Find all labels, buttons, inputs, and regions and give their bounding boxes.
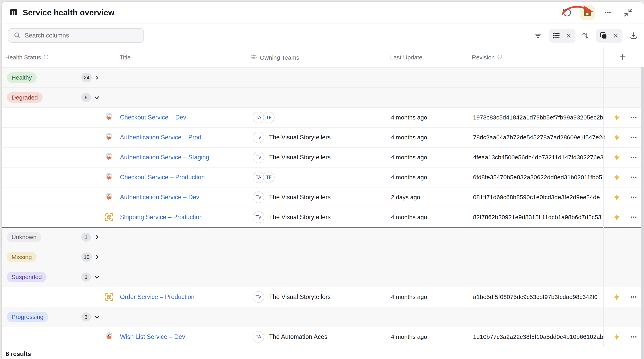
view-mode-chip: [549, 29, 576, 43]
chevron-right-icon[interactable]: [93, 74, 100, 81]
row-actions: [603, 327, 642, 347]
team-name: The Visual Storytellers: [269, 154, 331, 161]
search-box[interactable]: [8, 28, 144, 43]
chevron-down-icon[interactable]: [93, 273, 100, 281]
chevron-down-icon[interactable]: [93, 94, 100, 101]
owning-teams-cell: TVThe Visual Storytellers: [253, 152, 331, 163]
service-title-link[interactable]: Checkout Service – Dev: [120, 114, 186, 121]
chevron-right-icon[interactable]: [93, 234, 100, 241]
row-menu-icon[interactable]: [629, 113, 638, 122]
row-actions: [603, 148, 642, 167]
service-squid-icon: [104, 113, 114, 122]
owning-teams-cell: TVThe Visual Storytellers: [253, 291, 331, 303]
service-title-link[interactable]: Checkout Service – Production: [120, 174, 205, 181]
service-squid-icon: [104, 332, 114, 342]
row-menu-icon[interactable]: [629, 133, 638, 142]
row-actions: [603, 187, 642, 207]
team-avatar: TV: [253, 191, 264, 203]
row-menu-icon[interactable]: [629, 153, 638, 162]
lightning-icon[interactable]: [612, 133, 621, 142]
group-row-degraded[interactable]: Degraded6: [2, 88, 644, 108]
service-title-link[interactable]: Shipping Service – Production: [120, 214, 203, 221]
search-icon: [14, 32, 20, 39]
group-row-progressing[interactable]: Progressing3: [2, 307, 644, 327]
status-badge: Degraded: [7, 92, 43, 103]
column-header-last-update[interactable]: Last Update: [390, 54, 422, 61]
group-count: 1: [81, 233, 91, 242]
users-icon: [250, 53, 258, 62]
vertical-scrollbar[interactable]: [642, 67, 644, 359]
actions-cell: [603, 307, 642, 327]
team-avatar: TV: [253, 152, 264, 163]
last-update-value: 4 months ago: [391, 154, 427, 161]
last-update-value: 2 days ago: [391, 194, 420, 201]
row-actions: [603, 108, 642, 127]
group-row-missing[interactable]: Missing10: [2, 247, 644, 267]
download-icon[interactable]: [629, 31, 638, 41]
row-actions: [603, 128, 642, 147]
add-column-button[interactable]: [618, 53, 627, 63]
undo-button[interactable]: [560, 6, 574, 20]
status-badge: Suspended: [7, 272, 47, 282]
info-icon: [497, 54, 502, 61]
chevron-down-icon[interactable]: [93, 313, 100, 320]
search-input[interactable]: [24, 32, 138, 39]
group-by-icon[interactable]: [599, 31, 608, 40]
owning-teams-cell: TVThe Visual Storytellers: [253, 132, 331, 143]
more-options-button[interactable]: [600, 6, 615, 20]
lightning-icon[interactable]: [612, 153, 621, 162]
clear-view-icon[interactable]: [565, 31, 572, 40]
lightning-icon[interactable]: [612, 293, 621, 301]
lightning-icon[interactable]: [612, 213, 621, 222]
service-title-link[interactable]: Authentication Service – Dev: [120, 194, 199, 201]
actions-column-header: [603, 48, 642, 67]
last-update-value: 4 months ago: [391, 214, 427, 221]
group-row-unknown[interactable]: Unknown1: [2, 227, 644, 247]
filter-icon[interactable]: [533, 31, 543, 41]
lightning-icon[interactable]: [612, 173, 621, 182]
team-name: The Visual Storytellers: [269, 214, 331, 221]
clear-group-by-icon[interactable]: [612, 31, 620, 40]
column-header-health-status[interactable]: Health Status: [5, 54, 48, 61]
row-menu-icon[interactable]: [629, 193, 638, 202]
sort-icon[interactable]: [581, 31, 590, 41]
team-name: The Visual Storytellers: [269, 194, 331, 201]
table-row: Wish List Service – DevTAThe Automation …: [2, 327, 644, 347]
table-row: Checkout Service – ProductionTATF4 month…: [2, 168, 644, 187]
group-row-healthy[interactable]: Healthy24: [2, 68, 644, 88]
list-view-icon[interactable]: [552, 31, 560, 40]
row-menu-icon[interactable]: [629, 213, 638, 222]
column-header-title[interactable]: Title: [120, 54, 131, 61]
header-actions: [560, 2, 635, 24]
column-header-row: Health Status Title Owning Teams Last Up…: [2, 48, 644, 68]
column-header-revision[interactable]: Revision: [472, 54, 502, 61]
service-title-link[interactable]: Order Service – Production: [120, 293, 194, 300]
lightning-icon[interactable]: [612, 332, 621, 341]
group-row-suspended[interactable]: Suspended1: [2, 267, 644, 287]
collapse-icon[interactable]: [621, 6, 635, 20]
service-title-link[interactable]: Authentication Service – Prod: [120, 134, 201, 141]
row-menu-icon[interactable]: [629, 332, 638, 341]
lightning-icon[interactable]: [612, 193, 621, 202]
revision-value: 081ff71d69c68b8590c1e0fcd3de3fe2d9ee34de: [473, 194, 600, 201]
column-header-owning-teams[interactable]: Owning Teams: [250, 53, 299, 62]
row-menu-icon[interactable]: [629, 293, 638, 301]
team-avatar: TA: [253, 112, 264, 123]
service-title-link[interactable]: Authentication Service – Staging: [120, 154, 209, 161]
save-button[interactable]: [580, 6, 594, 20]
row-actions: [603, 168, 642, 187]
team-name: The Visual Storytellers: [269, 134, 331, 141]
last-update-value: 4 months ago: [391, 294, 427, 300]
last-update-value: 4 months ago: [391, 134, 427, 141]
service-title-link[interactable]: Wish List Service – Dev: [120, 333, 185, 340]
revision-value: 1973c83c5d41842a1d79bb5ef7fb99a93205ec2b: [473, 114, 603, 121]
lightning-icon[interactable]: [612, 113, 621, 122]
filter-toolbar: [2, 24, 644, 48]
chevron-right-icon[interactable]: [93, 253, 100, 261]
row-menu-icon[interactable]: [629, 173, 638, 182]
results-count: 6 results: [6, 350, 31, 357]
table-row: Authentication Service – StagingTVThe Vi…: [2, 148, 644, 168]
revision-value: 1d10b77c3a2a22c38f5f10a5dd0c4b10b66102ab: [473, 333, 603, 340]
owning-teams-cell: TVThe Visual Storytellers: [253, 211, 331, 223]
actions-cell: [603, 68, 642, 87]
